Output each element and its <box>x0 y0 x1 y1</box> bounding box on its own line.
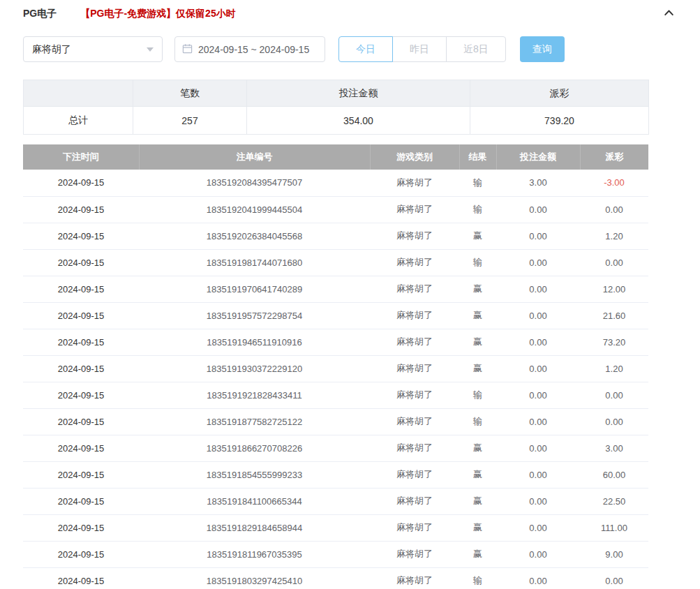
quick-range-group: 今日 昨日 近8日 <box>338 36 506 62</box>
payout-cell: 0.00 <box>580 567 648 589</box>
game-type-cell: 麻将胡了 <box>370 541 459 567</box>
table-row: 2024-09-15 1835191877582725122 麻将胡了 输 0.… <box>23 408 648 435</box>
bet-amount-cell: 0.00 <box>496 196 580 223</box>
game-type-cell: 麻将胡了 <box>370 355 459 382</box>
order-id-cell: 1835191921828433411 <box>139 382 370 408</box>
result-cell: 输 <box>459 170 496 196</box>
bet-amount-cell: 0.00 <box>496 302 580 329</box>
game-type-cell: 麻将胡了 <box>370 249 459 276</box>
order-id-cell: 1835191957572298754 <box>139 302 370 329</box>
query-button[interactable]: 查询 <box>520 36 565 62</box>
payout-cell: 12.00 <box>580 276 648 302</box>
chevron-up-icon <box>663 7 675 21</box>
result-cell: 输 <box>459 408 496 435</box>
bet-date-cell: 2024-09-15 <box>23 567 139 589</box>
header-bet-amount: 投注金额 <box>496 144 580 170</box>
payout-cell: -3.00 <box>580 170 648 196</box>
payout-cell: 0.00 <box>580 382 648 408</box>
order-id-cell: 1835192026384045568 <box>139 223 370 249</box>
order-id-cell: 1835191866270708226 <box>139 435 370 461</box>
yesterday-button[interactable]: 昨日 <box>392 36 447 62</box>
bet-date-cell: 2024-09-15 <box>23 461 139 488</box>
game-type-cell: 麻将胡了 <box>370 382 459 408</box>
game-type-cell: 麻将胡了 <box>370 461 459 488</box>
result-cell: 赢 <box>459 355 496 382</box>
calendar-icon <box>182 43 193 56</box>
table-row: 2024-09-15 1835191930372229120 麻将胡了 赢 0.… <box>23 355 648 382</box>
pg-records-panel: PG电子 【PG电子-免费游戏】仅保留25小时 麻将胡了 2024-09-15 … <box>0 0 700 589</box>
summary-header-row: 笔数 投注金额 派彩 <box>24 80 649 107</box>
bet-amount-cell: 0.00 <box>496 276 580 302</box>
today-button[interactable]: 今日 <box>338 36 393 62</box>
order-id-cell: 1835191981744071680 <box>139 249 370 276</box>
date-range-input[interactable]: 2024-09-15 ~ 2024-09-15 <box>174 36 325 62</box>
result-cell: 赢 <box>459 276 496 302</box>
table-row: 2024-09-15 1835191811967035395 麻将胡了 赢 0.… <box>23 541 648 567</box>
bet-date-cell: 2024-09-15 <box>23 249 139 276</box>
result-cell: 输 <box>459 567 496 589</box>
summary-payout-value: 739.20 <box>470 107 649 135</box>
order-id-cell: 1835191970641740289 <box>139 276 370 302</box>
table-row: 2024-09-15 1835191829184658944 麻将胡了 赢 0.… <box>23 514 648 541</box>
game-type-cell: 麻将胡了 <box>370 435 459 461</box>
panel-notice: 【PG电子-免费游戏】仅保留25小时 <box>80 8 235 20</box>
bet-date-cell: 2024-09-15 <box>23 223 139 249</box>
game-select[interactable]: 麻将胡了 <box>23 36 163 62</box>
records-table: 下注时间 注单编号 游戏类别 结果 投注金额 派彩 2024-09-15 183… <box>23 144 648 589</box>
records-header-row: 下注时间 注单编号 游戏类别 结果 投注金额 派彩 <box>23 144 648 170</box>
result-cell: 赢 <box>459 461 496 488</box>
table-row: 2024-09-15 1835191970641740289 麻将胡了 赢 0.… <box>23 276 648 302</box>
result-cell: 输 <box>459 382 496 408</box>
payout-cell: 22.50 <box>580 488 648 514</box>
bet-amount-cell: 0.00 <box>496 355 580 382</box>
payout-cell: 73.20 <box>580 329 648 355</box>
bet-date-cell: 2024-09-15 <box>23 541 139 567</box>
game-type-cell: 麻将胡了 <box>370 488 459 514</box>
panel-title: PG电子 <box>23 8 57 20</box>
bet-amount-cell: 3.00 <box>496 170 580 196</box>
table-row: 2024-09-15 1835192026384045568 麻将胡了 赢 0.… <box>23 223 648 249</box>
table-row: 2024-09-15 1835191866270708226 麻将胡了 赢 0.… <box>23 435 648 461</box>
bet-amount-cell: 0.00 <box>496 461 580 488</box>
order-id-cell: 1835192084395477507 <box>139 170 370 196</box>
table-row: 2024-09-15 1835191957572298754 麻将胡了 赢 0.… <box>23 302 648 329</box>
table-row: 2024-09-15 1835191841100665344 麻将胡了 赢 0.… <box>23 488 648 514</box>
payout-cell: 3.00 <box>580 435 648 461</box>
summary-header-empty <box>24 80 133 107</box>
payout-cell: 9.00 <box>580 541 648 567</box>
table-row: 2024-09-15 1835191854555999233 麻将胡了 赢 0.… <box>23 461 648 488</box>
summary-header-payout: 派彩 <box>470 80 649 107</box>
records-tbody: 2024-09-15 1835192084395477507 麻将胡了 输 3.… <box>23 170 648 589</box>
game-type-cell: 麻将胡了 <box>370 567 459 589</box>
result-cell: 赢 <box>459 329 496 355</box>
result-cell: 赢 <box>459 435 496 461</box>
bet-amount-cell: 0.00 <box>496 488 580 514</box>
game-select-value: 麻将胡了 <box>32 43 71 56</box>
order-id-cell: 1835191829184658944 <box>139 514 370 541</box>
bet-date-cell: 2024-09-15 <box>23 196 139 223</box>
payout-cell: 0.00 <box>580 196 648 223</box>
order-id-cell: 1835191854555999233 <box>139 461 370 488</box>
table-row: 2024-09-15 1835191921828433411 麻将胡了 输 0.… <box>23 382 648 408</box>
order-id-cell: 1835192041999445504 <box>139 196 370 223</box>
collapse-button[interactable] <box>660 7 677 21</box>
result-cell: 赢 <box>459 488 496 514</box>
game-type-cell: 麻将胡了 <box>370 302 459 329</box>
bet-amount-cell: 0.00 <box>496 329 580 355</box>
last-8-days-button[interactable]: 近8日 <box>446 36 506 62</box>
result-cell: 赢 <box>459 223 496 249</box>
bet-date-cell: 2024-09-15 <box>23 514 139 541</box>
order-id-cell: 1835191946511910916 <box>139 329 370 355</box>
bet-amount-cell: 0.00 <box>496 567 580 589</box>
payout-cell: 0.00 <box>580 408 648 435</box>
filter-bar: 麻将胡了 2024-09-15 ~ 2024-09-15 今日 昨日 近8日 查… <box>23 36 677 62</box>
payout-cell: 1.20 <box>580 355 648 382</box>
bet-amount-cell: 0.00 <box>496 435 580 461</box>
game-type-cell: 麻将胡了 <box>370 514 459 541</box>
payout-cell: 111.00 <box>580 514 648 541</box>
summary-total-label: 总计 <box>24 107 133 135</box>
order-id-cell: 1835191877582725122 <box>139 408 370 435</box>
bet-date-cell: 2024-09-15 <box>23 355 139 382</box>
order-id-cell: 1835191803297425410 <box>139 567 370 589</box>
order-id-cell: 1835191841100665344 <box>139 488 370 514</box>
